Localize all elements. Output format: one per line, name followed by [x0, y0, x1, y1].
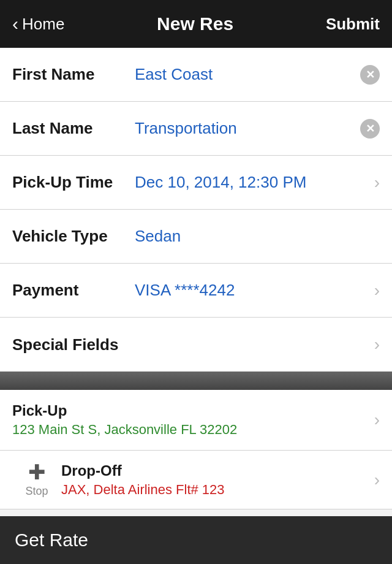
dropoff-address: JAX, Delta Airlines Flt# 123 — [61, 482, 369, 498]
payment-row[interactable]: Payment VISA ****4242 › — [0, 264, 392, 318]
pickup-row[interactable]: Pick-Up 123 Main St S, Jacksonville FL 3… — [0, 390, 392, 451]
get-rate-button[interactable]: Get Rate — [0, 516, 392, 564]
dropoff-content: Drop-Off JAX, Delta Airlines Flt# 123 — [61, 462, 369, 498]
special-fields-row[interactable]: Special Fields › — [0, 318, 392, 372]
page-title: New Res — [157, 13, 233, 34]
back-button[interactable]: ‹ Home — [12, 15, 64, 34]
form-section: First Name East Coast ✕ Last Name Transp… — [0, 48, 392, 372]
header: ‹ Home New Res Submit — [0, 0, 392, 48]
vehicle-type-label: Vehicle Type — [12, 227, 135, 246]
pickup-time-label: Pick-Up Time — [12, 173, 135, 192]
back-label: Home — [22, 15, 64, 34]
payment-value: VISA ****4242 — [135, 281, 369, 300]
get-rate-label: Get Rate — [15, 530, 88, 551]
special-fields-label: Special Fields — [12, 335, 135, 354]
pickup-chevron-icon: › — [374, 410, 380, 430]
last-name-row[interactable]: Last Name Transportation ✕ — [0, 102, 392, 156]
first-name-value: East Coast — [135, 65, 355, 84]
last-name-value: Transportation — [135, 119, 355, 138]
pickup-time-row[interactable]: Pick-Up Time Dec 10, 2014, 12:30 PM › — [0, 156, 392, 210]
last-name-label: Last Name — [12, 119, 135, 138]
last-name-clear-button[interactable]: ✕ — [360, 119, 380, 139]
clear-icon: ✕ — [366, 68, 375, 82]
payment-chevron-icon: › — [374, 281, 380, 300]
pickup-address: 123 Main St S, Jacksonville FL 32202 — [12, 422, 369, 438]
stop-pin-icon: ✚ — [28, 462, 45, 482]
dropoff-row[interactable]: ✚ Stop Drop-Off JAX, Delta Airlines Flt#… — [0, 451, 392, 509]
vehicle-type-value: Sedan — [135, 227, 380, 246]
location-section: Pick-Up 123 Main St S, Jacksonville FL 3… — [0, 390, 392, 509]
back-chevron-icon: ‹ — [12, 15, 18, 33]
separator-band — [0, 372, 392, 390]
dropoff-type-label: Drop-Off — [61, 462, 369, 479]
pickup-type-label: Pick-Up — [12, 402, 369, 419]
stop-label: Stop — [25, 485, 48, 498]
stop-icon-area: ✚ Stop — [12, 462, 61, 498]
pickup-time-value: Dec 10, 2014, 12:30 PM — [135, 173, 369, 192]
submit-button[interactable]: Submit — [326, 15, 380, 34]
first-name-label: First Name — [12, 65, 135, 84]
dropoff-chevron-icon: › — [374, 470, 380, 490]
clear-icon-2: ✕ — [366, 122, 375, 135]
vehicle-type-row[interactable]: Vehicle Type Sedan — [0, 210, 392, 264]
first-name-clear-button[interactable]: ✕ — [360, 65, 380, 85]
payment-label: Payment — [12, 281, 135, 300]
pickup-time-chevron-icon: › — [374, 173, 380, 192]
first-name-row[interactable]: First Name East Coast ✕ — [0, 48, 392, 102]
pickup-content: Pick-Up 123 Main St S, Jacksonville FL 3… — [12, 402, 369, 438]
special-fields-chevron-icon: › — [374, 335, 380, 354]
